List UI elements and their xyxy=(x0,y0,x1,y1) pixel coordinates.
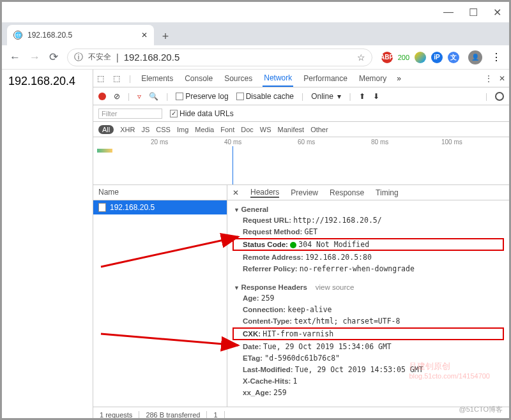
page-body-text: 192.168.20.4 xyxy=(8,75,75,87)
devtools-menu-icon[interactable]: ⋮ xyxy=(485,74,492,83)
type-font[interactable]: Font xyxy=(220,126,234,133)
tab-network[interactable]: Network xyxy=(263,70,293,87)
network-status-bar: 1 requests 286 B transferred 1 xyxy=(93,407,509,420)
url-input[interactable]: ⓘ 不安全 | 192.168.20.5 ☆ xyxy=(67,49,372,66)
tab-strip: 🌐 192.168.20.5 ✕ + xyxy=(2,22,509,45)
tick-80: 80 ms xyxy=(371,139,388,146)
dock-icon[interactable]: ⬚ xyxy=(97,74,104,83)
watermark-corner: @51CTO博客 xyxy=(459,405,503,414)
maximize-icon[interactable]: ☐ xyxy=(469,6,478,19)
filter-input[interactable]: Filter xyxy=(98,109,162,119)
request-name: 192.168.20.5 xyxy=(110,203,155,212)
search-icon[interactable]: 🔍 xyxy=(149,92,158,101)
tab-title: 192.168.20.5 xyxy=(27,31,72,40)
inspect-icon[interactable]: ⬚ xyxy=(113,74,120,83)
status-dot-icon xyxy=(290,242,296,248)
request-row[interactable]: 192.168.20.5 xyxy=(93,200,227,214)
general-section[interactable]: General xyxy=(227,204,509,214)
type-css[interactable]: CSS xyxy=(156,126,171,133)
type-ws[interactable]: WS xyxy=(260,126,271,133)
type-img[interactable]: Img xyxy=(177,126,188,133)
insecure-label: 不安全 xyxy=(88,52,111,63)
extensions: ABP 200 iP 文 xyxy=(381,52,459,63)
tab-performance[interactable]: Performance xyxy=(302,70,349,87)
upload-icon[interactable]: ⬆ xyxy=(359,92,365,101)
devtools-close-icon[interactable]: ✕ xyxy=(499,74,505,83)
devtools-tabs: ⬚ ⬚ | Elements Console Sources Network P… xyxy=(93,70,509,87)
type-all[interactable]: All xyxy=(98,125,114,134)
separator: | xyxy=(116,52,119,63)
type-other[interactable]: Other xyxy=(310,126,328,133)
tab-elements[interactable]: Elements xyxy=(140,70,174,87)
more-tabs-icon[interactable]: » xyxy=(397,74,401,83)
insecure-icon: ⓘ xyxy=(74,52,83,63)
tab-timing[interactable]: Timing xyxy=(376,188,399,197)
tab-close-icon[interactable]: ✕ xyxy=(141,31,148,40)
ext-icon-3[interactable]: iP xyxy=(431,52,443,63)
detail-tabs: ✕ Headers Preview Response Timing xyxy=(227,185,509,200)
translate-icon[interactable]: 文 xyxy=(448,52,459,63)
globe-icon: 🌐 xyxy=(13,31,22,40)
minimize-icon[interactable]: — xyxy=(443,6,454,18)
name-header[interactable]: Name xyxy=(93,185,227,200)
response-headers-section[interactable]: Response Headers view source xyxy=(227,282,509,292)
type-doc[interactable]: Doc xyxy=(241,126,254,133)
back-button[interactable]: ← xyxy=(10,51,20,64)
tick-60: 60 ms xyxy=(298,139,315,146)
page-content: 192.168.20.4 xyxy=(2,70,93,420)
forward-button: → xyxy=(29,51,40,64)
address-bar: ← → ⟳ ⓘ 不安全 | 192.168.20.5 ☆ ABP 200 iP … xyxy=(2,45,509,70)
ext-count: 200 xyxy=(398,54,409,61)
tick-40: 40 ms xyxy=(224,139,241,146)
type-media[interactable]: Media xyxy=(195,126,214,133)
type-xhr[interactable]: XHR xyxy=(120,126,135,133)
status-code-box: Status Code: 304 Not Modified xyxy=(233,238,504,251)
clear-icon[interactable]: ⊘ xyxy=(114,92,120,101)
remote-address: Remote Address: 192.168.20.5:80 xyxy=(227,251,509,263)
tab-console[interactable]: Console xyxy=(183,70,214,87)
hdr-age: Age: 259 xyxy=(227,292,509,304)
transferred-size: 286 B transferred xyxy=(139,411,207,419)
filter-funnel-icon[interactable]: ▿ xyxy=(137,92,141,101)
profile-icon[interactable]: 👤 xyxy=(468,50,482,64)
close-detail-icon[interactable]: ✕ xyxy=(233,188,239,197)
record-button[interactable] xyxy=(98,93,106,100)
window-titlebar: — ☐ ✕ xyxy=(2,2,509,22)
waterfall-timeline[interactable]: 20 ms 40 ms 60 ms 80 ms 100 ms xyxy=(93,137,509,185)
tab-memory[interactable]: Memory xyxy=(358,70,388,87)
settings-icon[interactable] xyxy=(495,92,504,101)
type-manifest[interactable]: Manifest xyxy=(278,126,305,133)
browser-tab[interactable]: 🌐 192.168.20.5 ✕ xyxy=(7,25,154,45)
hide-data-urls-checkbox[interactable]: Hide data URLs xyxy=(170,109,234,118)
new-tab-button[interactable]: + xyxy=(156,27,174,45)
load-line xyxy=(233,146,233,184)
download-icon[interactable]: ⬇ xyxy=(373,92,379,101)
close-icon[interactable]: ✕ xyxy=(493,6,501,19)
type-js[interactable]: JS xyxy=(141,126,149,133)
abp-icon[interactable]: ABP xyxy=(381,52,393,63)
star-icon[interactable]: ☆ xyxy=(357,52,365,63)
tab-preview[interactable]: Preview xyxy=(291,188,318,197)
disable-cache-checkbox[interactable]: Disable cache xyxy=(236,92,294,101)
tick-100: 100 ms xyxy=(441,139,462,146)
tab-headers[interactable]: Headers xyxy=(250,188,279,198)
tab-response[interactable]: Response xyxy=(330,188,364,197)
hdr-xx-age: xx_Age: 259 xyxy=(227,387,509,398)
network-toolbar: ⊘ | ▿ 🔍 | Preserve log Disable cache | O… xyxy=(93,87,509,105)
watermark: 吕建钊原创 blog.51cto.com/14154700 xyxy=(409,361,490,380)
referrer-policy: Referrer Policy: no-referrer-when-downgr… xyxy=(227,263,509,274)
status-more: 1 xyxy=(207,411,224,419)
menu-icon[interactable]: ⋮ xyxy=(491,51,501,63)
hdr-connection: Connection: keep-alive xyxy=(227,304,509,315)
cxk-box: CXK: HIT-from-varnish xyxy=(233,327,504,340)
request-url: Request URL: http://192.168.20.5/ xyxy=(227,214,509,226)
ext-icon-2[interactable] xyxy=(415,52,426,63)
tab-sources[interactable]: Sources xyxy=(223,70,254,87)
request-list: Name 192.168.20.5 xyxy=(93,185,227,407)
filter-bar: Filter Hide data URLs xyxy=(93,105,509,122)
throttle-select[interactable]: Online ▾ xyxy=(311,92,341,101)
preserve-log-checkbox[interactable]: Preserve log xyxy=(176,92,228,101)
file-icon xyxy=(98,203,106,212)
url-text: 192.168.20.5 xyxy=(124,52,180,63)
reload-button[interactable]: ⟳ xyxy=(49,50,58,64)
